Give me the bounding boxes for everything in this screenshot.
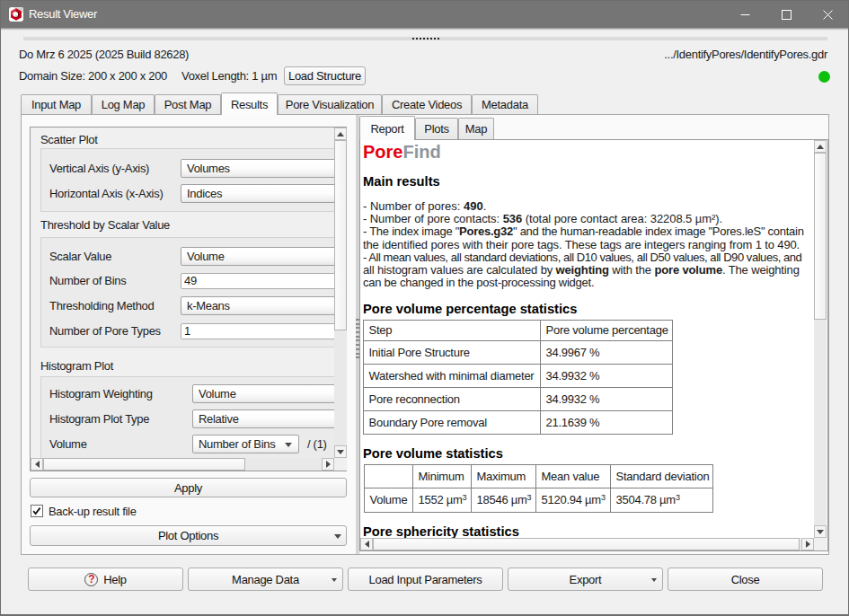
table-header-cell: Standard deviation	[610, 464, 712, 488]
table-cell: Initial Pore Structure	[363, 340, 540, 364]
report-text-line: - Number of pore contacts: 536 (total po…	[363, 213, 809, 225]
triangle-right-icon	[326, 461, 331, 468]
left-vertical-scrollbar[interactable]	[334, 128, 347, 458]
report-text-line: - The index image "Pores.g32" and the hu…	[363, 225, 809, 238]
report-viewport: PoreFind Main results - Number of pores:…	[360, 140, 814, 538]
scroll-down-button[interactable]	[334, 445, 347, 458]
result-viewer-window: Result Viewer Do Mrz 6 2025 (2025 Build …	[0, 0, 849, 616]
table-cell: Watershed with minimal diameter	[363, 364, 540, 387]
field-combobox[interactable]: Number of Bins	[192, 435, 299, 453]
dropdown-arrow-icon	[651, 578, 657, 582]
geodict-logo-icon	[9, 7, 23, 22]
maximize-button[interactable]	[765, 1, 807, 28]
vertical-scroll-thumb[interactable]	[334, 140, 347, 330]
tab-map[interactable]: Map	[458, 118, 494, 139]
triangle-down-icon	[337, 450, 344, 454]
section-heading: Pore volume percentage statistics	[363, 302, 809, 316]
triangle-left-icon	[365, 541, 369, 548]
checkmark-icon	[31, 506, 42, 516]
export-button[interactable]: Export	[508, 568, 663, 591]
tab-post-map[interactable]: Post Map	[155, 94, 221, 114]
report-table: MinimumMaximumMean valueStandard deviati…	[364, 464, 713, 513]
tab-results[interactable]: Results	[221, 92, 278, 115]
horizontal-scroll-thumb[interactable]	[373, 538, 800, 550]
field-input[interactable]: 1	[181, 323, 334, 339]
close-button[interactable]	[807, 1, 848, 28]
left-horizontal-scrollbar[interactable]	[31, 458, 334, 471]
tab-input-map[interactable]: Input Map	[21, 94, 92, 114]
triangle-right-icon	[806, 541, 810, 548]
tab-plots[interactable]: Plots	[415, 118, 458, 139]
scroll-left-button[interactable]	[31, 458, 43, 471]
section-heading: Pore volume statistics	[363, 446, 809, 461]
help-button[interactable]: ?Help	[28, 568, 183, 591]
plot-options-button[interactable]: Plot Options	[30, 525, 347, 546]
load-structure-button[interactable]: Load Structure	[284, 66, 366, 85]
table-cell: 21.1639 %	[540, 410, 672, 434]
table-header-cell: Minimum	[412, 464, 471, 488]
backup-checkbox[interactable]	[31, 505, 43, 517]
plot-options-label: Plot Options	[158, 529, 218, 542]
field-label: Horizontal Axis (x-Axis)	[49, 187, 163, 200]
minimize-button[interactable]	[724, 1, 765, 28]
field-combobox[interactable]: Relative	[192, 409, 334, 428]
scroll-left-button[interactable]	[360, 538, 373, 550]
report-paragraph: - Number of pores: 490.- Number of pore …	[363, 200, 809, 289]
load-input-parameters-button[interactable]: Load Input Parameters	[348, 568, 503, 591]
horizontal-scroll-thumb[interactable]	[43, 458, 245, 471]
tab-report[interactable]: Report	[359, 116, 415, 140]
group-title: Threshold by Scalar Value	[40, 218, 170, 232]
table-header-cell: Pore volume percentage	[540, 320, 672, 340]
field-label: Number of Pore Types	[49, 324, 161, 338]
close-button[interactable]: Close	[668, 568, 823, 591]
domain-size-label: Domain Size: 200 x 200 x 200	[19, 69, 167, 83]
build-info: Do Mrz 6 2025 (2025 Build 82628)	[19, 48, 189, 61]
field-combobox[interactable]: Volume	[192, 384, 334, 403]
field-input[interactable]: 49	[181, 273, 334, 289]
dropdown-arrow-icon	[334, 534, 341, 539]
field-combobox[interactable]: Volumes	[181, 159, 334, 178]
combobox-arrow-icon	[285, 443, 292, 447]
report-vertical-scrollbar[interactable]	[814, 140, 827, 538]
table-cell: 34.9967 %	[540, 340, 672, 364]
scrollbar-corner	[334, 458, 347, 471]
report-text-line: the identified pores with their pore tag…	[363, 239, 809, 251]
vertical-scroll-thumb[interactable]	[814, 153, 827, 320]
table-row: Watershed with minimal diameter34.9932 %	[363, 364, 672, 387]
field-label: Number of Bins	[49, 274, 126, 287]
title-bar[interactable]: Result Viewer	[1, 1, 848, 28]
splitter-dots-icon	[412, 38, 439, 40]
porefind-logo: PoreFind	[363, 143, 809, 161]
tab-log-map[interactable]: Log Map	[92, 94, 155, 114]
field-combobox[interactable]: k-Means	[181, 296, 334, 315]
manage-data-button[interactable]: Manage Data	[188, 568, 343, 591]
apply-button[interactable]: Apply	[30, 478, 347, 497]
tab-pore-visualization[interactable]: Pore Visualization	[278, 94, 382, 114]
table-row: Boundary Pore removal21.1639 %	[363, 410, 672, 434]
field-label: Volume	[49, 437, 87, 451]
backup-checkbox-label[interactable]: Back-up result file	[49, 505, 137, 518]
scroll-right-button[interactable]	[322, 458, 334, 471]
scroll-up-button[interactable]	[814, 140, 827, 153]
report-horizontal-scrollbar[interactable]	[360, 538, 814, 550]
table-header-row: MinimumMaximumMean valueStandard deviati…	[364, 464, 712, 488]
help-question-icon: ?	[84, 573, 98, 586]
button-label: Help	[103, 573, 127, 586]
field-label: Scalar Value	[49, 250, 111, 263]
triangle-up-icon	[817, 145, 824, 149]
table-row: Initial Pore Structure34.9967 %	[363, 340, 672, 364]
field-combobox[interactable]: Volume	[181, 247, 334, 266]
horizontal-splitter-handle[interactable]	[23, 37, 827, 40]
tab-create-videos[interactable]: Create Videos	[382, 94, 472, 114]
field-combobox[interactable]: Indices	[181, 184, 334, 203]
button-label: Load Input Parameters	[369, 573, 482, 586]
table-cell: Boundary Pore removal	[363, 410, 540, 434]
scroll-up-button[interactable]	[334, 128, 347, 140]
scroll-down-button[interactable]	[814, 525, 827, 538]
button-label: Manage Data	[232, 573, 299, 586]
scroll-right-button[interactable]	[801, 538, 814, 550]
tab-metadata[interactable]: Metadata	[472, 94, 538, 114]
section-heading: Pore sphericity statistics	[363, 524, 809, 538]
group-title: Histogram Plot	[40, 359, 113, 373]
scrollbar-corner	[814, 538, 827, 550]
